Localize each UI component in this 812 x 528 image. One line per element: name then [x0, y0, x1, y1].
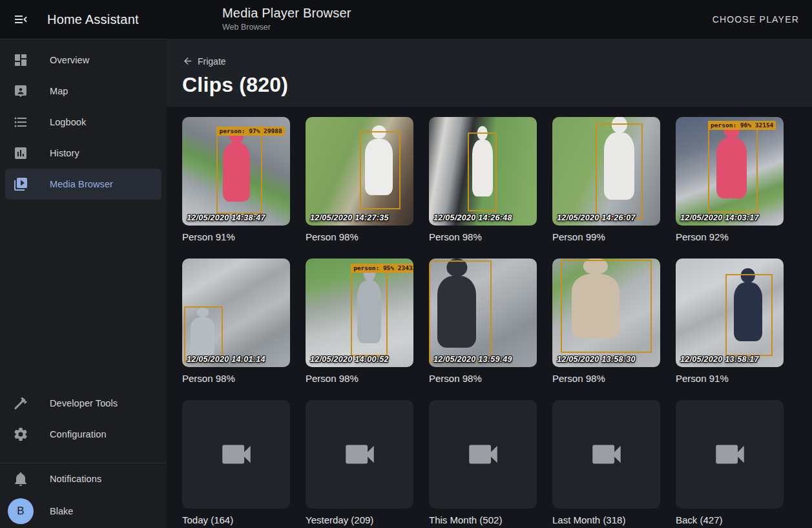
sidebar-item-label: Map — [50, 86, 68, 96]
bell-icon — [13, 471, 28, 487]
folder-item-this-month[interactable]: This Month (502) — [429, 400, 537, 525]
chart-box-icon — [13, 145, 28, 161]
clip-thumbnail: 12/05/2020 13:58:17 — [676, 259, 784, 367]
sidebar-item-map[interactable]: Map — [5, 76, 161, 107]
clip-thumbnail: 12/05/2020 13:58:30 — [552, 259, 660, 367]
folder-thumbnail — [306, 400, 413, 509]
clip-thumbnail: person: 97% 29988 12/05/2020 14:38:47 — [182, 117, 290, 226]
media-browser-heading: Media Player Browser Web Browser — [222, 6, 351, 32]
detection-label: person: 96% 32154 — [708, 121, 776, 130]
clip-thumbnail: person: 96% 32154 12/05/2020 14:03:17 — [676, 117, 784, 226]
clip-timestamp: 12/05/2020 13:58:17 — [680, 355, 759, 364]
clip-caption: Person 98% — [429, 231, 537, 242]
hammer-icon — [13, 396, 28, 411]
clip-timestamp: 12/05/2020 13:59:49 — [433, 355, 512, 364]
folder-label: Today (164) — [182, 514, 290, 525]
clip-thumbnail: 12/05/2020 14:27:35 — [306, 117, 413, 226]
clip-item[interactable]: 12/05/2020 13:58:17 Person 91% — [676, 259, 784, 384]
video-camera-icon — [588, 436, 625, 473]
folder-label: Last Month (318) — [552, 514, 660, 525]
user-name: Blake — [50, 506, 73, 516]
clip-item[interactable]: 12/05/2020 14:26:07 Person 99% — [552, 117, 660, 242]
folder-label: Back (427) — [676, 514, 784, 525]
sidebar-item-label: Configuration — [50, 429, 107, 439]
clip-timestamp: 12/05/2020 13:58:30 — [557, 355, 636, 364]
detection-bbox — [596, 123, 643, 219]
clip-item[interactable]: 12/05/2020 14:27:35 Person 98% — [306, 117, 413, 242]
clip-caption: Person 98% — [552, 373, 660, 384]
clip-timestamp: 12/05/2020 14:27:35 — [310, 213, 389, 222]
detection-bbox: person: 97% 29988 — [216, 134, 262, 214]
clip-caption: Person 98% — [306, 231, 413, 242]
sidebar-item-notifications[interactable]: Notifications — [5, 463, 161, 494]
sidebar-item-profile[interactable]: B Blake — [0, 494, 167, 528]
clip-item[interactable]: 12/05/2020 13:58:30 Person 98% — [552, 259, 660, 384]
clip-caption: Person 98% — [306, 373, 413, 384]
page-heading: Media Player Browser — [222, 6, 351, 21]
sidebar: Overview Map Logbook History — [0, 39, 167, 528]
clip-item[interactable]: 12/05/2020 14:26:48 Person 98% — [429, 117, 537, 242]
clip-caption: Person 91% — [182, 231, 290, 242]
sidebar-item-configuration[interactable]: Configuration — [5, 419, 161, 450]
video-camera-icon — [464, 436, 502, 473]
list-icon — [13, 114, 28, 130]
media-browser-panel: Frigate Clips (820) person: 97% 29988 12… — [167, 39, 812, 528]
dashboard-icon — [13, 52, 28, 68]
folder-thumbnail — [182, 400, 290, 509]
clip-item[interactable]: 12/05/2020 14:01:14 Person 98% — [182, 259, 290, 384]
detection-bbox — [360, 131, 401, 209]
arrow-left-icon — [182, 56, 193, 67]
clip-timestamp: 12/05/2020 14:03:17 — [680, 213, 759, 222]
app-title: Home Assistant — [47, 12, 139, 27]
folder-item-last-month[interactable]: Last Month (318) — [552, 400, 660, 525]
clip-thumbnail: 12/05/2020 14:01:14 — [182, 259, 290, 367]
sidebar-item-overview[interactable]: Overview — [5, 45, 161, 76]
clip-timestamp: 12/05/2020 14:01:14 — [187, 355, 265, 364]
detection-bbox — [725, 274, 773, 357]
breadcrumb-back[interactable]: Frigate — [182, 56, 226, 67]
sidebar-toggle-icon[interactable] — [13, 12, 28, 27]
clip-timestamp: 12/05/2020 14:26:07 — [557, 213, 636, 222]
video-camera-icon — [218, 436, 255, 473]
clip-item[interactable]: person: 97% 29988 12/05/2020 14:38:47 Pe… — [182, 117, 290, 242]
folder-item-back[interactable]: Back (427) — [676, 400, 784, 525]
sidebar-item-label: Logbook — [50, 117, 86, 127]
clip-item[interactable]: 12/05/2020 13:59:49 Person 98% — [429, 259, 537, 384]
folder-thumbnail — [429, 400, 537, 509]
avatar: B — [8, 498, 34, 524]
top-app-bar: Home Assistant Media Player Browser Web … — [0, 0, 812, 39]
choose-player-button[interactable]: CHOOSE PLAYER — [713, 0, 799, 39]
play-box-multiple-icon — [13, 176, 28, 192]
sidebar-item-label: History — [50, 148, 79, 158]
sidebar-item-history[interactable]: History — [5, 138, 161, 169]
sidebar-lower: Developer Tools Configuration Notificati… — [0, 388, 167, 528]
media-browser-header: Frigate Clips (820) — [167, 39, 812, 107]
folder-thumbnail — [552, 400, 660, 509]
folder-item-today[interactable]: Today (164) — [182, 400, 290, 525]
clip-caption: Person 91% — [676, 373, 784, 384]
folder-label: Yesterday (209) — [306, 514, 413, 525]
sidebar-item-label: Developer Tools — [50, 398, 118, 408]
sidebar-item-label: Overview — [50, 55, 89, 65]
page-title: Clips (820) — [182, 73, 796, 97]
breadcrumb-label: Frigate — [198, 56, 226, 67]
gear-icon — [13, 427, 28, 442]
clip-caption: Person 99% — [552, 231, 660, 242]
sidebar-item-label: Media Browser — [50, 179, 113, 189]
detection-bbox — [429, 260, 492, 363]
sidebar-item-logbook[interactable]: Logbook — [5, 107, 161, 138]
clip-item[interactable]: person: 95% 23432 12/05/2020 14:00:52 Pe… — [306, 259, 413, 384]
sidebar-item-media-browser[interactable]: Media Browser — [5, 169, 161, 200]
clip-item[interactable]: person: 96% 32154 12/05/2020 14:03:17 Pe… — [676, 117, 784, 242]
detection-bbox: person: 95% 23432 — [351, 271, 388, 356]
clips-grid: person: 97% 29988 12/05/2020 14:38:47 Pe… — [167, 107, 812, 528]
folder-item-yesterday[interactable]: Yesterday (209) — [306, 400, 413, 525]
map-account-icon — [13, 83, 28, 99]
sidebar-item-developer-tools[interactable]: Developer Tools — [5, 388, 161, 419]
sidebar-nav: Overview Map Logbook History — [0, 39, 167, 388]
video-camera-icon — [711, 436, 749, 473]
sidebar-item-label: Notifications — [50, 474, 101, 484]
detection-bbox — [468, 132, 497, 212]
clip-thumbnail: 12/05/2020 14:26:07 — [552, 117, 660, 226]
folder-label: This Month (502) — [429, 514, 537, 525]
